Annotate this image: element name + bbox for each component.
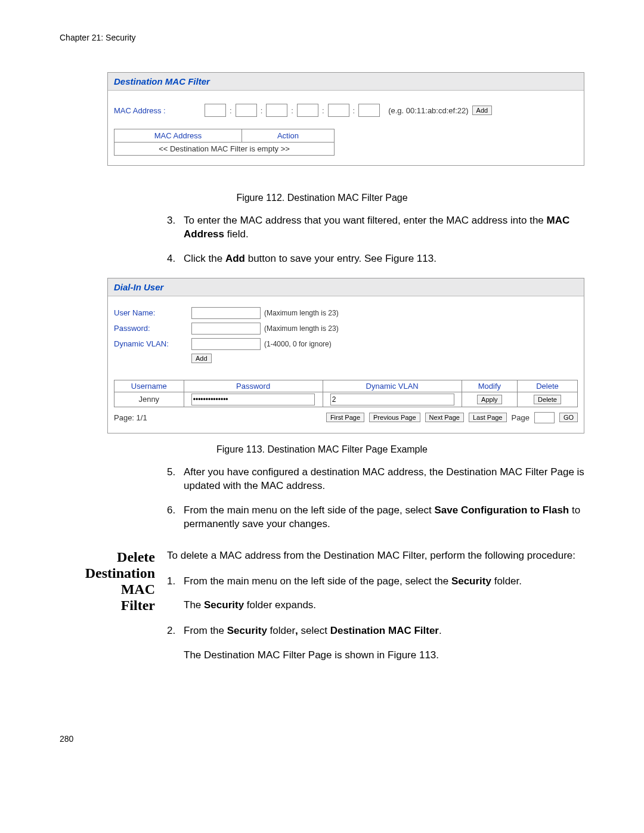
delete-button[interactable]: Delete [534,395,561,404]
delete-step-2: 2. From the Security folder, select Dest… [167,624,584,638]
after-step-2: The Destination MAC Filter Page is shown… [184,649,584,662]
username-input[interactable] [191,307,261,319]
mac-col-action: Action [242,129,335,143]
page-number: 280 [60,734,584,744]
mac-octet-2[interactable] [236,104,257,117]
delete-step-1: 1. From the main menu on the left side o… [167,575,584,589]
col-modify: Modify [462,380,517,392]
vlan-hint: (1-4000, 0 for ignore) [264,340,332,348]
dynamic-vlan-input[interactable] [191,338,261,350]
table-row: Jenny Apply Delete [114,392,578,407]
mac-octet-3[interactable] [266,104,287,117]
dest-mac-filter-panel: Destination MAC Filter MAC Address : : :… [107,72,584,166]
step-5: 5. After you have configured a destinati… [167,466,584,493]
section-heading-l2: Destination MAC [60,565,155,597]
last-page-button[interactable]: Last Page [469,413,507,422]
pager: Page: 1/1 First Page Previous Page Next … [114,412,578,423]
add-user-button[interactable]: Add [191,354,212,363]
apply-button[interactable]: Apply [477,395,502,404]
previous-page-button[interactable]: Previous Page [369,413,420,422]
page-number-input[interactable] [534,412,555,423]
password-label: Password: [114,324,191,333]
username-hint: (Maximum length is 23) [264,309,339,317]
col-password: Password [184,380,323,392]
section-heading-l1: Delete [60,549,155,565]
figure-113-caption: Figure 113. Destination MAC Filter Page … [60,444,584,455]
dial-in-table: Username Password Dynamic VLAN Modify De… [114,380,578,407]
mac-col-address: MAC Address [114,129,242,143]
col-username: Username [114,380,184,392]
page-count-label: Page: 1/1 [114,413,147,422]
panel1-title: Destination MAC Filter [108,73,584,91]
username-label: User Name: [114,308,191,317]
mac-empty-row: << Destination MAC Filter is empty >> [114,143,335,156]
cell-username: Jenny [114,392,184,407]
dial-in-user-panel: Dial-In User User Name: (Maximum length … [107,278,584,433]
figure-112-caption: Figure 112. Destination MAC Filter Page [60,193,584,203]
step-6: 6. From the main menu on the left side o… [167,504,584,531]
cell-vlan-input[interactable] [330,394,454,405]
step-3: 3. To enter the MAC address that you wan… [167,214,584,241]
mac-octet-1[interactable] [205,104,226,117]
mac-octet-5[interactable] [328,104,349,117]
mac-address-row: MAC Address : : : : : : (e.g. 00:11:ab:c… [114,104,578,117]
first-page-button[interactable]: First Page [326,413,364,422]
col-dynamic-vlan: Dynamic VLAN [323,380,462,392]
after-step-1: The Security folder expands. [184,599,584,612]
cell-password-input[interactable] [191,394,315,405]
page-word: Page [512,413,530,422]
password-input[interactable] [191,323,261,335]
step-4: 4. Click the Add button to save your ent… [167,252,584,266]
col-delete: Delete [517,380,577,392]
add-mac-button[interactable]: Add [472,106,493,115]
dynamic-vlan-label: Dynamic VLAN: [114,339,191,348]
go-button[interactable]: GO [559,413,578,422]
password-hint: (Maximum length is 23) [264,324,339,333]
mac-octet-6[interactable] [358,104,380,117]
section-heading-l3: Filter [60,597,155,614]
chapter-header: Chapter 21: Security [60,33,584,42]
mac-address-label: MAC Address : [114,106,168,115]
delete-intro: To delete a MAC address from the Destina… [167,549,584,563]
mac-filter-table: MAC Address Action << Destination MAC Fi… [114,129,335,156]
mac-octet-4[interactable] [297,104,318,117]
mac-example: (e.g. 00:11:ab:cd:ef:22) [388,106,468,115]
panel2-title: Dial-In User [108,278,584,296]
next-page-button[interactable]: Next Page [425,413,464,422]
